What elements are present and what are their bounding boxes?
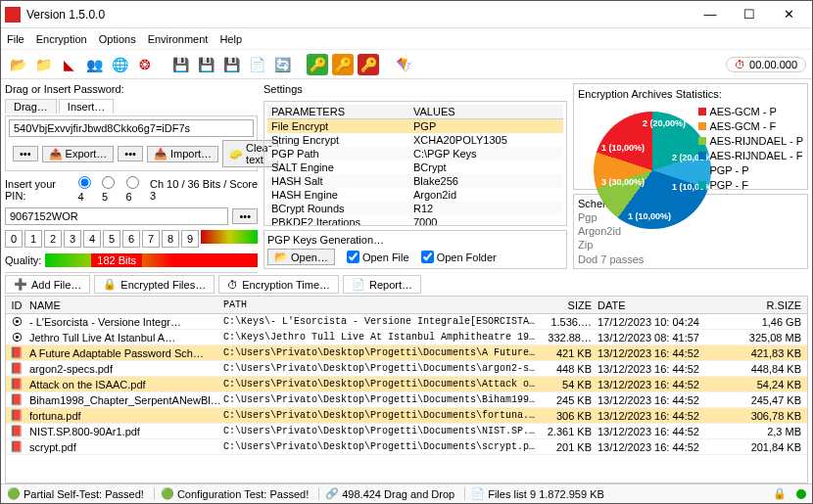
triangle-red-icon[interactable]: ◣ — [58, 54, 79, 75]
settings-row[interactable]: PBKDF2 Iterations7000 — [267, 215, 563, 226]
quality-value: 182 Bits — [91, 253, 142, 267]
pgp-openfolder-check[interactable]: Open Folder — [421, 251, 497, 263]
lifebuoy-icon[interactable]: ❂ — [134, 54, 156, 75]
toolbar: 📂 📁 ◣ 👥 🌐 ❂ 💾 💾 💾 📄 🔄 🔑 🔑 🔑 🪁 ⏱ 00.00.00… — [1, 50, 812, 79]
settings-table[interactable]: PARAMETERSVALUES File EncryptPGPString E… — [263, 101, 567, 226]
status-led — [796, 489, 806, 499]
window-title: Version 1.5.0.0 — [26, 8, 691, 22]
key-orange-icon[interactable]: 🔑 — [332, 54, 354, 75]
menu-encryption[interactable]: Encryption — [36, 33, 87, 45]
legend-item: AES-RIJNDAEL - F — [698, 150, 803, 161]
timer: ⏱ 00.00.000 — [726, 57, 806, 72]
digit-5[interactable]: 5 — [103, 230, 120, 248]
table-row[interactable]: 📕Biham1998_Chapter_SerpentANewBl…C:\User… — [6, 392, 807, 408]
col-rsize[interactable]: R.SIZE — [725, 299, 807, 311]
pgp-openfile-check[interactable]: Open File — [347, 251, 409, 263]
menu-options[interactable]: Options — [99, 33, 136, 45]
settings-row[interactable]: File EncryptPGP — [267, 119, 563, 133]
settings-row[interactable]: HASH SaltBlake256 — [267, 174, 563, 188]
digit-1[interactable]: 1 — [24, 230, 42, 248]
maximize-button[interactable]: ☐ — [730, 7, 769, 22]
save-blue-icon[interactable]: 💾 — [195, 54, 216, 75]
pgp-open-button[interactable]: 📂 Open… — [267, 249, 335, 265]
stopwatch-icon: ⏱ — [735, 59, 745, 70]
status-seg: 🟢Configuration Test: Passed! — [154, 487, 309, 500]
stats-title: Encryption Archives Statistics: — [578, 88, 803, 100]
settings-row[interactable]: BCrypt RoundsR12 — [267, 202, 563, 215]
col-date[interactable]: DATE — [598, 299, 725, 311]
digit-7[interactable]: 7 — [142, 230, 160, 248]
digit-9[interactable]: 9 — [181, 230, 199, 248]
files-table[interactable]: ID NAME PATH SIZE DATE R.SIZE ⦿- L'Esorc… — [5, 296, 808, 483]
tab-add-file-[interactable]: ➕Add File… — [5, 275, 90, 294]
col-name[interactable]: NAME — [27, 299, 223, 311]
table-row[interactable]: 📕NIST.SP.800-90Ar1.pdfC:\Users\Privato\D… — [6, 424, 807, 439]
opts2-button[interactable]: ••• — [118, 146, 143, 161]
menu-help[interactable]: Help — [219, 33, 242, 45]
table-row[interactable]: 📕fortuna.pdfC:\Users\Privato\Desktop\Pro… — [6, 408, 807, 424]
settings-col-param: PARAMETERS — [267, 105, 409, 118]
menu-environment[interactable]: Environment — [148, 33, 209, 45]
table-row[interactable]: 📕A Future Adaptable Password Sch…C:\User… — [6, 345, 807, 361]
minimize-button[interactable]: — — [691, 7, 730, 22]
legend-item: PGP - P — [698, 164, 803, 176]
doc-orange-icon[interactable]: 📄 — [246, 54, 267, 75]
tab-encryption-time-[interactable]: ⏱Encryption Time… — [218, 275, 339, 294]
pin-opt-5[interactable]: 5 — [102, 176, 121, 203]
digit-3[interactable]: 3 — [64, 230, 81, 248]
col-path[interactable]: PATH — [223, 299, 537, 310]
table-row[interactable]: ⦿- L'Esorcista - Versione Integr…C:\Keys… — [6, 314, 807, 330]
digit-4[interactable]: 4 — [83, 230, 101, 248]
tab-drag[interactable]: Drag… — [5, 99, 57, 114]
users-icon[interactable]: 👥 — [83, 54, 105, 75]
stats-box: Encryption Archives Statistics: 2 (20,00… — [573, 83, 808, 190]
col-size[interactable]: SIZE — [537, 299, 598, 311]
digit-2[interactable]: 2 — [44, 230, 62, 248]
status-seg: 🟢Partial Self-Test: Passed! — [7, 487, 144, 500]
menubar: FileEncryptionOptionsEnvironmentHelp — [1, 28, 812, 50]
pin-opt-4[interactable]: 4 — [78, 176, 98, 203]
digit-8[interactable]: 8 — [162, 230, 179, 248]
tab-insert[interactable]: Insert… — [59, 99, 115, 114]
digit-0[interactable]: 0 — [5, 230, 23, 248]
import-button[interactable]: 📥 Import… — [147, 146, 218, 162]
lock-icon: 🔒 — [773, 487, 787, 500]
folder-blue-icon[interactable]: 📁 — [32, 54, 54, 75]
tab-report-[interactable]: 📄Report… — [343, 275, 421, 294]
settings-row[interactable]: HASH EngineArgon2id — [267, 188, 563, 202]
tab-encrypted-files-[interactable]: 🔒Encrypted Files… — [94, 275, 215, 294]
globe-icon[interactable]: 🌐 — [109, 54, 130, 75]
legend-item: AES-RIJNDAEL - P — [698, 135, 803, 147]
settings-row[interactable]: PGP PathC:\PGP Keys — [267, 147, 563, 160]
col-id[interactable]: ID — [6, 299, 27, 311]
key-green-icon[interactable]: 🔑 — [307, 54, 328, 75]
quality-label: Quality: — [5, 254, 41, 266]
table-row[interactable]: 📕argon2-specs.pdfC:\Users\Privato\Deskto… — [6, 361, 807, 377]
status-seg: 📄Files list 9 1.872.959 KB — [464, 487, 604, 500]
pin-label: Insert your PIN: — [5, 178, 74, 202]
password-group-label: Drag or Insert Password: — [5, 83, 258, 95]
table-row[interactable]: 📕Attack on the ISAAC.pdfC:\Users\Privato… — [6, 377, 807, 392]
digit-colorbar — [201, 230, 258, 244]
settings-row[interactable]: String EncryptXCHA20POLY1305 — [267, 133, 563, 147]
pin-input[interactable] — [5, 207, 228, 225]
password-input[interactable] — [9, 119, 254, 137]
key-red-icon[interactable]: 🔑 — [358, 54, 379, 75]
settings-title: Settings — [263, 83, 567, 95]
digit-6[interactable]: 6 — [122, 230, 140, 248]
export-button[interactable]: 📤 Export… — [42, 146, 115, 162]
pin-opts-button[interactable]: ••• — [232, 208, 258, 224]
kite-icon[interactable]: 🪁 — [393, 54, 414, 75]
close-button[interactable]: ✕ — [769, 7, 808, 22]
pin-opt-6[interactable]: 6 — [126, 176, 146, 203]
table-row[interactable]: ⦿Jethro Tull Live At Istanbul A…C:\Keys\… — [6, 330, 807, 345]
save-green-icon[interactable]: 💾 — [169, 54, 191, 75]
open-icon[interactable]: 📂 — [7, 54, 28, 75]
refresh-icon[interactable]: 🔄 — [271, 54, 293, 75]
settings-row[interactable]: SALT EngineBCrypt — [267, 160, 563, 174]
table-row[interactable]: 📕scrypt.pdfC:\Users\Privato\Desktop\Prog… — [6, 439, 807, 455]
opts-button[interactable]: ••• — [13, 146, 38, 161]
settings-col-value: VALUES — [409, 105, 563, 118]
save-red-icon[interactable]: 💾 — [220, 54, 242, 75]
menu-file[interactable]: File — [7, 33, 24, 45]
